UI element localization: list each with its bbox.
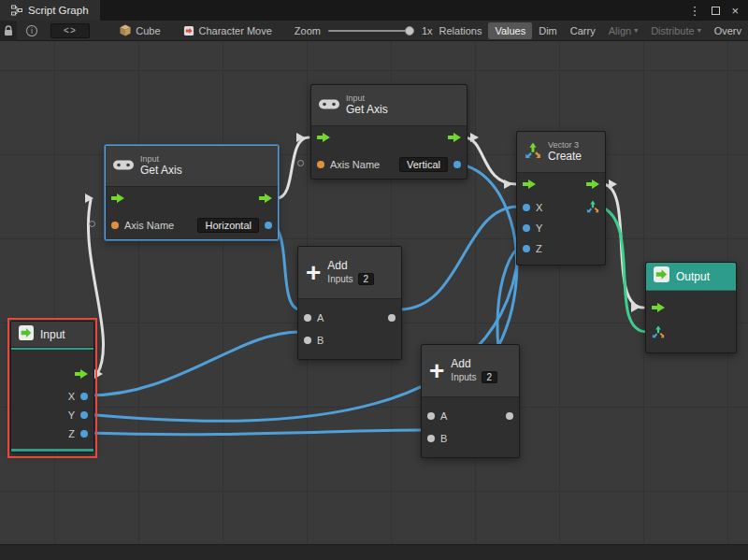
node-get-axis-horizontal[interactable]: Input Get Axis Axis Name Horizontal (105, 145, 279, 240)
result-port[interactable] (506, 412, 513, 420)
input-b-port[interactable] (427, 435, 435, 442)
toolbar-toggle-group: Relations Values Dim Carry Align ▾ Distr… (433, 21, 748, 40)
inputs-count-field[interactable]: 2 (482, 371, 498, 384)
flow-out-port[interactable] (586, 179, 599, 191)
x-out-port[interactable] (80, 393, 88, 400)
param-row: Axis Name Vertical (311, 151, 467, 179)
character-move-button[interactable]: Character Move (178, 25, 278, 36)
vector3-in-port[interactable] (652, 325, 665, 340)
relations-button[interactable]: Relations (433, 22, 489, 39)
port-row-a: A (298, 307, 401, 329)
value-out-port[interactable] (265, 222, 272, 229)
axis-name-field[interactable]: Vertical (399, 157, 448, 172)
zoom-label: Zoom (295, 25, 321, 36)
port-label: A (440, 410, 447, 422)
flow-port-row (106, 187, 278, 211)
inputs-label: Inputs (327, 274, 352, 285)
node-title: Add (327, 260, 374, 273)
menu-icon[interactable]: ⋮ (688, 4, 700, 18)
axis-name-port[interactable] (111, 222, 119, 229)
port-row-y: Y (517, 218, 605, 238)
gamepad-icon (319, 97, 339, 114)
flow-out-port[interactable] (259, 194, 272, 205)
flow-in-port[interactable] (523, 179, 536, 191)
flow-in-port[interactable] (111, 194, 124, 205)
plus-icon: + (429, 358, 444, 384)
vector3-result-port[interactable] (586, 200, 599, 215)
chevron-down-icon: ▾ (698, 26, 701, 35)
node-header[interactable]: Output (646, 263, 736, 291)
inputs-count-field[interactable]: 2 (358, 273, 375, 286)
flow-in-port[interactable] (317, 133, 330, 144)
node-vector3-create[interactable]: Vector 3 Create X Y (516, 131, 606, 266)
axis-name-port[interactable] (317, 161, 324, 168)
overview-button[interactable]: Overv (708, 22, 748, 39)
port-label: Y (536, 223, 542, 234)
tab-script-graph[interactable]: Script Graph (0, 0, 100, 21)
plus-icon: + (306, 260, 321, 286)
flow-arrowhead (504, 179, 512, 189)
x-in-port[interactable] (523, 204, 530, 211)
value-out-port[interactable] (453, 161, 461, 168)
graph-toolbar: i <> Cube Character Move Zoom 1x Relatio… (0, 21, 748, 41)
axis-name-field[interactable]: Horizontal (197, 218, 259, 233)
node-get-axis-vertical[interactable]: Input Get Axis Axis Name Vertical (310, 84, 468, 179)
node-add-2[interactable]: + Add Inputs 2 A B (421, 344, 520, 458)
cube-icon (120, 24, 131, 36)
values-button[interactable]: Values (488, 22, 532, 39)
node-header[interactable]: + Add Inputs 2 (298, 247, 401, 299)
node-header[interactable]: Input Get Axis (311, 85, 467, 126)
event-accent-line (11, 449, 94, 452)
carry-button[interactable]: Carry (564, 22, 602, 39)
port-label: B (317, 335, 324, 346)
cube-object-button[interactable]: Cube (114, 24, 165, 36)
flow-arrowhead (94, 369, 103, 379)
lock-button[interactable] (0, 21, 17, 41)
result-port[interactable] (388, 314, 396, 322)
port-label: A (317, 312, 324, 323)
zoom-control: Zoom 1x (295, 25, 433, 36)
flow-out-port[interactable] (75, 369, 88, 381)
graph-canvas[interactable]: Input Get Axis Axis Name Vertical Input … (0, 41, 748, 544)
distribute-dropdown[interactable]: Distribute ▾ (644, 22, 707, 39)
close-icon[interactable]: × (731, 4, 739, 18)
flow-port-row (517, 173, 605, 197)
node-header[interactable]: + Add Inputs 2 (422, 345, 519, 397)
node-input-event[interactable]: Input X Y Z (10, 321, 94, 452)
port-label: X (68, 391, 75, 402)
input-b-port[interactable] (304, 337, 311, 344)
dim-button[interactable]: Dim (532, 22, 564, 39)
zoom-slider[interactable] (328, 30, 414, 32)
flow-out-port[interactable] (448, 133, 461, 144)
z-out-port[interactable] (80, 430, 88, 438)
z-in-port[interactable] (523, 245, 530, 252)
node-add-1[interactable]: + Add Inputs 2 A B (297, 246, 402, 360)
zoom-slider-handle[interactable] (405, 26, 414, 36)
flow-in-port[interactable] (652, 303, 665, 314)
port-row-x: X (11, 387, 94, 406)
event-accent-line (11, 348, 94, 350)
node-header[interactable]: Input (11, 322, 94, 348)
empty-port-circle[interactable] (297, 160, 304, 166)
code-view-button[interactable]: <> (50, 23, 91, 38)
inputs-label: Inputs (451, 372, 476, 383)
maximize-icon[interactable] (712, 7, 720, 15)
flow-arrowhead (631, 303, 640, 312)
info-icon[interactable]: i (26, 25, 36, 36)
node-output-event[interactable]: Output (645, 262, 737, 353)
input-a-port[interactable] (304, 314, 311, 322)
node-title: Add (451, 358, 497, 371)
node-title: Create (548, 151, 582, 164)
empty-port-circle[interactable] (89, 221, 95, 227)
y-out-port[interactable] (80, 411, 88, 419)
align-dropdown[interactable]: Align ▾ (602, 22, 644, 39)
node-header[interactable]: Vector 3 Create (517, 132, 605, 173)
node-title: Get Axis (346, 104, 388, 117)
character-move-label: Character Move (199, 25, 272, 36)
node-header[interactable]: Input Get Axis (106, 146, 278, 187)
vector-in-row (646, 321, 736, 345)
wire-inputz-to-add2-b (86, 430, 424, 435)
input-a-port[interactable] (427, 412, 435, 420)
wire-inputx-to-add1-b (86, 332, 300, 395)
y-in-port[interactable] (523, 224, 530, 232)
